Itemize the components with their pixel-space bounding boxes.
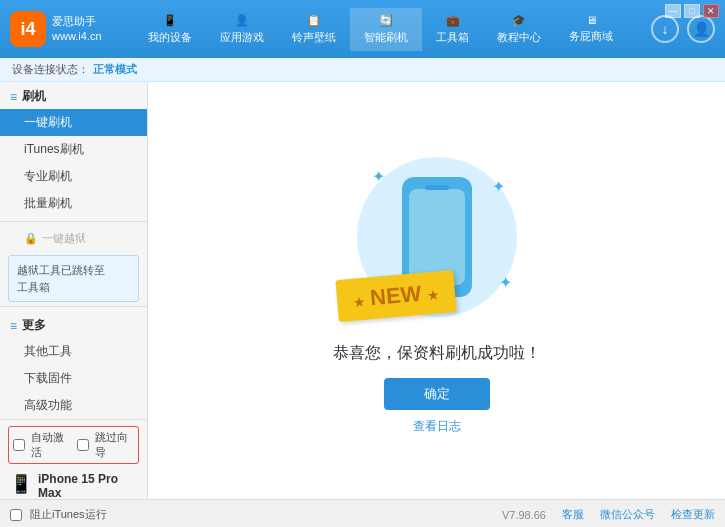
nav-tab-my-device[interactable]: 📱 我的设备 [134,8,206,51]
success-text: 恭喜您，保资料刷机成功啦！ [333,343,541,364]
skip-guide-label: 跳过向导 [95,430,135,460]
header: i4 爱思助手 www.i4.cn 📱 我的设备 👤 应用游戏 📋 铃声壁纸 🔄 [0,0,725,58]
phone-notch [425,185,449,190]
confirm-button[interactable]: 确定 [384,378,490,410]
sidebar-section-more: ≡ 更多 [0,311,147,338]
device-panel: 自动激活 跳过向导 📱 iPhone 15 Pro Max 512GB iPho… [0,419,147,499]
sidebar-item-pro-flash[interactable]: 专业刷机 [0,163,147,190]
content-area: ✦ ✦ ✦ NEW 恭喜您，保资料刷机成功啦！ 确定 查看日志 [148,82,725,499]
log-link[interactable]: 查看日志 [413,418,461,435]
breadcrumb: 设备连接状态： 正常模式 [0,58,725,82]
sparkle-1: ✦ [372,167,385,186]
device-checkbox-row: 自动激活 跳过向导 [8,426,139,464]
smart-flash-icon: 🔄 [379,14,393,27]
sidebar-item-itunes-flash[interactable]: iTunes刷机 [0,136,147,163]
auto-activate-label: 自动激活 [31,430,71,460]
sidebar-item-download-firmware[interactable]: 下载固件 [0,365,147,392]
nav-tab-store[interactable]: 🖥 务屁商域 [555,8,627,51]
nav-tabs: 📱 我的设备 👤 应用游戏 📋 铃声壁纸 🔄 智能刷机 💼 工具箱 🎓 [120,8,641,51]
toolbox-icon: 💼 [446,14,460,27]
sidebar-item-other-tools[interactable]: 其他工具 [0,338,147,365]
device-phone-icon: 📱 [10,473,32,495]
nav-tab-smart-flash[interactable]: 🔄 智能刷机 [350,8,422,51]
ringtones-icon: 📋 [307,14,321,27]
nav-tab-toolbox[interactable]: 💼 工具箱 [422,8,483,51]
phone-illustration: ✦ ✦ ✦ NEW [347,147,527,327]
block-itunes-label: 阻止iTunes运行 [30,507,107,522]
my-device-icon: 📱 [163,14,177,27]
bottom-left: 阻止iTunes运行 [10,507,158,522]
download-icon[interactable]: ↓ [651,15,679,43]
sidebar-item-batch-flash[interactable]: 批量刷机 [0,190,147,217]
auto-activate-checkbox[interactable] [13,439,25,451]
flash-section-icon: ≡ [10,90,17,104]
bottom-bar: 阻止iTunes运行 V7.98.66 客服 微信公众号 检查更新 [0,499,725,527]
apps-icon: 👤 [235,14,249,27]
tutorial-icon: 🎓 [512,14,526,27]
logo-text: 爱思助手 www.i4.cn [52,14,102,45]
version-info: V7.98.66 [502,509,546,521]
nav-tab-tutorial[interactable]: 🎓 教程中心 [483,8,555,51]
device-name: iPhone 15 Pro Max [38,472,137,499]
sidebar-separator-1 [0,221,147,222]
sidebar: ≡ 刷机 一键刷机 iTunes刷机 专业刷机 批量刷机 🔒 [0,82,148,499]
sidebar-item-one-click-flash[interactable]: 一键刷机 [0,109,147,136]
window-controls: — □ ✕ [665,4,719,18]
device-info: 📱 iPhone 15 Pro Max 512GB iPhone [8,468,139,499]
sparkle-3: ✦ [499,273,512,292]
close-button[interactable]: ✕ [703,4,719,18]
sidebar-item-advanced[interactable]: 高级功能 [0,392,147,419]
sparkle-2: ✦ [492,177,505,196]
bottom-right: V7.98.66 客服 微信公众号 检查更新 [170,507,715,522]
lock-icon: 🔒 [24,232,38,245]
more-section-icon: ≡ [10,319,17,333]
sidebar-disabled-jailbreak: 🔒 一键越狱 [0,226,147,251]
skip-guide-checkbox[interactable] [77,439,89,451]
nav-tab-ringtones[interactable]: 📋 铃声壁纸 [278,8,350,51]
user-icon[interactable]: 👤 [687,15,715,43]
main-layout: ≡ 刷机 一键刷机 iTunes刷机 专业刷机 批量刷机 🔒 [0,82,725,499]
wechat-link[interactable]: 微信公众号 [600,507,655,522]
check-update-link[interactable]: 检查更新 [671,507,715,522]
phone-screen [409,189,465,285]
logo-icon: i4 [10,11,46,47]
block-itunes-checkbox[interactable] [10,509,22,521]
feedback-link[interactable]: 客服 [562,507,584,522]
sidebar-separator-2 [0,306,147,307]
maximize-button[interactable]: □ [684,4,700,18]
minimize-button[interactable]: — [665,4,681,18]
logo: i4 爱思助手 www.i4.cn [10,11,120,47]
store-icon: 🖥 [586,14,597,26]
sidebar-section-flash: ≡ 刷机 [0,82,147,109]
nav-tab-apps-games[interactable]: 👤 应用游戏 [206,8,278,51]
sidebar-notice: 越狱工具已跳转至 工具箱 [8,255,139,302]
